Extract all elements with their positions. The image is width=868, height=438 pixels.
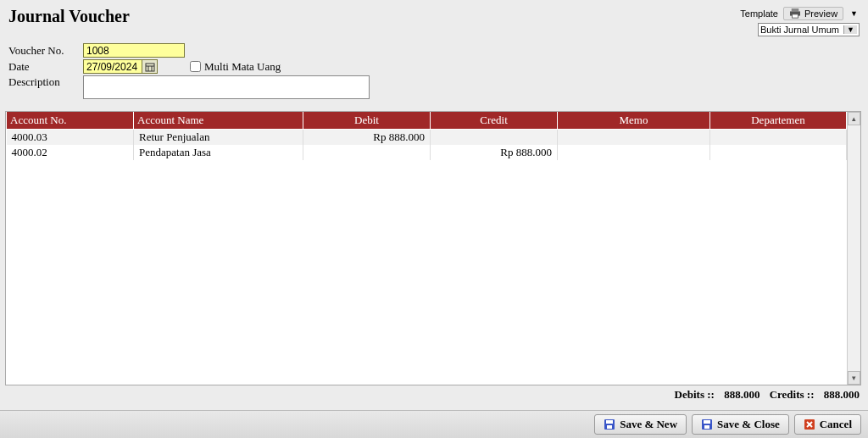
save-new-label: Save & New <box>620 418 677 431</box>
vertical-scrollbar[interactable]: ▴ ▾ <box>847 112 860 385</box>
col-credit[interactable]: Credit <box>431 112 558 130</box>
page-title: Journal Voucher <box>8 7 130 36</box>
voucher-no-label: Voucher No. <box>8 44 83 58</box>
col-memo[interactable]: Memo <box>558 112 710 130</box>
journal-table[interactable]: Account No. Account Name Debit Credit Me… <box>6 112 847 160</box>
cell-debit[interactable]: Rp 888.000 <box>303 130 431 146</box>
cell-dept[interactable] <box>710 145 847 160</box>
multi-currency-label: Multi Mata Uang <box>204 60 281 74</box>
template-select-value: Bukti Jurnal Umum <box>760 25 839 35</box>
svg-rect-0 <box>792 8 799 11</box>
cell-memo[interactable] <box>558 145 710 160</box>
voucher-no-input[interactable] <box>83 43 185 58</box>
cell-memo[interactable] <box>558 130 710 146</box>
svg-rect-3 <box>146 64 154 71</box>
description-input[interactable] <box>83 75 370 99</box>
cell-account-no[interactable]: 4000.02 <box>7 145 134 160</box>
save-close-label: Save & Close <box>717 418 780 431</box>
col-debit[interactable]: Debit <box>303 112 431 130</box>
date-label: Date <box>8 60 83 74</box>
description-label: Description <box>8 75 83 89</box>
credits-value: 888.000 <box>824 388 860 401</box>
cell-dept[interactable] <box>710 130 847 146</box>
col-account-name[interactable]: Account Name <box>134 112 303 130</box>
cell-credit[interactable]: Rp 888.000 <box>431 145 558 160</box>
printer-icon <box>789 8 801 19</box>
save-icon <box>701 419 713 430</box>
credits-label: Credits :: <box>770 388 815 401</box>
date-input[interactable] <box>84 60 142 73</box>
debits-label: Debits :: <box>675 388 715 401</box>
svg-rect-9 <box>607 425 612 429</box>
scroll-down-arrow[interactable]: ▾ <box>848 371 860 385</box>
cell-account-name[interactable]: Pendapatan Jasa <box>134 145 303 160</box>
preview-dropdown-arrow[interactable]: ▼ <box>849 9 860 18</box>
multi-currency-checkbox[interactable]: Multi Mata Uang <box>190 60 281 74</box>
cancel-label: Cancel <box>820 418 852 431</box>
template-label: Template <box>740 8 778 19</box>
scroll-up-arrow[interactable]: ▴ <box>848 112 860 125</box>
col-department[interactable]: Departemen <box>710 112 847 130</box>
svg-rect-11 <box>704 420 710 424</box>
svg-rect-12 <box>704 425 709 429</box>
multi-currency-input[interactable] <box>190 61 201 72</box>
cell-account-name[interactable]: Retur Penjualan <box>134 130 303 146</box>
cancel-icon <box>804 419 815 430</box>
table-row[interactable]: 4000.03 Retur Penjualan Rp 888.000 <box>7 130 847 146</box>
col-account-no[interactable]: Account No. <box>7 112 134 130</box>
save-new-button[interactable]: Save & New <box>594 414 687 435</box>
preview-button[interactable]: Preview <box>783 7 843 20</box>
save-close-button[interactable]: Save & Close <box>692 414 789 435</box>
totals-row: Debits :: 888.000 Credits :: 888.000 <box>0 385 868 404</box>
save-icon <box>604 419 615 430</box>
preview-button-label: Preview <box>804 8 837 19</box>
svg-rect-2 <box>793 14 798 18</box>
cell-debit[interactable] <box>303 145 431 160</box>
footer-toolbar: Save & New Save & Close Cancel <box>0 410 868 438</box>
debits-value: 888.000 <box>724 388 760 401</box>
svg-rect-8 <box>606 420 613 424</box>
date-picker-button[interactable] <box>142 60 157 73</box>
table-row[interactable]: 4000.02 Pendapatan Jasa Rp 888.000 <box>7 145 847 160</box>
template-select[interactable]: Bukti Jurnal Umum ▼ <box>758 23 860 36</box>
calendar-icon <box>145 62 155 72</box>
journal-table-container: Account No. Account Name Debit Credit Me… <box>5 111 861 385</box>
chevron-down-icon: ▼ <box>843 25 857 34</box>
cell-account-no[interactable]: 4000.03 <box>7 130 134 146</box>
cancel-button[interactable]: Cancel <box>794 414 861 435</box>
cell-credit[interactable] <box>431 130 558 146</box>
